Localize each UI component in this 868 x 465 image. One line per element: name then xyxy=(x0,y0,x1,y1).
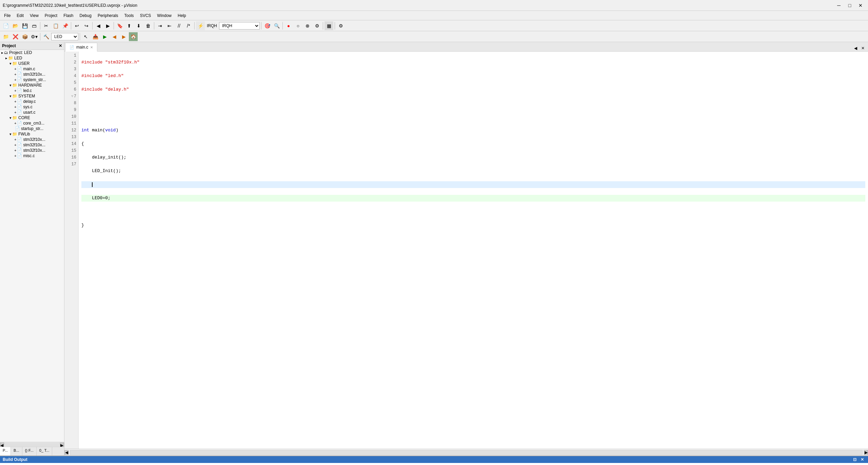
tree-item-stm32-h[interactable]: + 📄 stm32f10x... xyxy=(0,72,64,77)
command-button[interactable]: ⚙ xyxy=(313,21,321,30)
tree-item-led-folder[interactable]: ▸ 📁 LED xyxy=(0,55,64,61)
tree-expand-fwlib: ▾ xyxy=(9,132,12,136)
sidebar-tab-project[interactable]: P... xyxy=(0,447,11,455)
new-file-button[interactable]: 📄 xyxy=(1,21,10,30)
tree-item-system-folder[interactable]: ▾ 📁 SYSTEM xyxy=(0,93,64,99)
editor-tab-main-c[interactable]: 📄 main.c ✕ xyxy=(65,43,97,52)
hscroll-right[interactable]: ▶ xyxy=(864,450,868,455)
sidebar-tab-templates[interactable]: 0_ T... xyxy=(37,447,53,455)
tree-item-main-c[interactable]: + 📄 main.c xyxy=(0,66,64,72)
maximize-button[interactable]: □ xyxy=(845,1,854,10)
menu-window[interactable]: Window xyxy=(154,12,174,19)
uncomment-button[interactable]: /* xyxy=(184,21,193,30)
tree-item-delay-c[interactable]: + 📄 delay.c xyxy=(0,99,64,104)
fold-icon-7[interactable]: ▽ xyxy=(71,93,73,100)
save-button[interactable]: 💾 xyxy=(20,21,29,30)
sidebar-tab-functions[interactable]: {} F... xyxy=(22,447,37,455)
build-close-icon[interactable]: ✕ xyxy=(859,457,865,462)
tree-item-core-cm3[interactable]: + 📄 core_cm3... xyxy=(0,120,64,126)
file-icon-stm1: 📄 xyxy=(17,137,22,142)
run2-button[interactable]: ▶ xyxy=(100,32,109,41)
run-debug-button[interactable]: ● xyxy=(284,21,293,30)
close-button[interactable]: ✕ xyxy=(856,1,865,10)
tree-item-user-folder[interactable]: ▾ 📁 USER xyxy=(0,61,64,66)
comment-button[interactable]: // xyxy=(175,21,183,30)
tree-item-usart-c[interactable]: + 📄 usart.c xyxy=(0,110,64,115)
open-button[interactable]: 📂 xyxy=(11,21,20,30)
tree-label-fwlib: FWLib xyxy=(18,132,30,136)
nav-back-button[interactable]: ◀ xyxy=(94,21,103,30)
build-output-content: Build started: Project: LED *** Target '… xyxy=(0,463,868,465)
sidebar-tab-books[interactable]: B... xyxy=(11,447,22,455)
next-bookmark-button[interactable]: ⬇ xyxy=(134,21,143,30)
tree-item-fwlib-folder[interactable]: ▾ 📁 FWLib xyxy=(0,131,64,137)
search-button[interactable]: 🔍 xyxy=(272,21,281,30)
separator-4 xyxy=(114,22,114,30)
menu-svcs[interactable]: SVCS xyxy=(137,12,154,19)
code-editor[interactable]: #include "stm32f10x.h" #include "led.h" … xyxy=(79,52,868,449)
step-button[interactable]: ◀ xyxy=(110,32,119,41)
build-target-button[interactable]: ⚡ xyxy=(196,21,205,30)
menu-edit[interactable]: Edit xyxy=(14,12,26,19)
menu-view[interactable]: View xyxy=(27,12,41,19)
view-toggle-button[interactable]: ▦ xyxy=(324,21,333,30)
irq-select[interactable]: IRQH xyxy=(219,22,260,30)
menu-file[interactable]: File xyxy=(1,12,13,19)
minimize-button[interactable]: ─ xyxy=(834,1,844,10)
manage-button[interactable]: 📦 xyxy=(20,32,29,41)
tree-item-project[interactable]: ▸ 🗂 Project: LED xyxy=(0,50,64,55)
tree-item-stm32-1[interactable]: + 📄 stm32f10x... xyxy=(0,137,64,142)
hscroll-left[interactable]: ◀ xyxy=(64,450,68,455)
target-options-button[interactable]: 🎯 xyxy=(263,21,272,30)
maximize-editor-icon[interactable]: ✕ xyxy=(859,45,867,51)
hscroll-track[interactable] xyxy=(70,450,863,455)
tree-item-stm32-2[interactable]: + 📄 stm32f10x... xyxy=(0,142,64,148)
target-select[interactable]: LED xyxy=(51,33,78,40)
copy-button[interactable]: 📋 xyxy=(51,21,60,30)
peripheral-viewer-button[interactable]: 🏠 xyxy=(129,32,138,41)
collapse-editor-icon[interactable]: ◀ xyxy=(852,45,859,51)
undo-button[interactable]: ↩ xyxy=(73,21,81,30)
build-output-button[interactable]: 🔨 xyxy=(42,32,51,41)
build-float-icon[interactable]: ⊡ xyxy=(852,457,858,462)
menu-flash[interactable]: Flash xyxy=(61,12,76,19)
menu-project[interactable]: Project xyxy=(42,12,60,19)
scroll-left-btn[interactable]: ◀ xyxy=(0,443,4,447)
tree-expand-core: ▾ xyxy=(9,116,12,120)
prev-bookmark-button[interactable]: ⬆ xyxy=(125,21,134,30)
clear-bookmarks-button[interactable]: 🗑 xyxy=(144,21,153,30)
menu-help[interactable]: Help xyxy=(175,12,189,19)
menu-peripherals[interactable]: Peripherals xyxy=(95,12,121,19)
nav-forward-button[interactable]: ▶ xyxy=(103,21,112,30)
options-group-button[interactable]: ⚙▾ xyxy=(30,32,39,41)
menu-tools[interactable]: Tools xyxy=(122,12,137,19)
paste-button[interactable]: 📌 xyxy=(61,21,70,30)
configure-button[interactable]: ⚙ xyxy=(336,21,345,30)
tree-item-sys-c[interactable]: + 📄 sys.c xyxy=(0,104,64,110)
menu-debug[interactable]: Debug xyxy=(77,12,94,19)
tree-item-system-str[interactable]: + 📄 system_str... xyxy=(0,77,64,82)
load-button[interactable]: 📥 xyxy=(91,32,100,41)
close-project-button[interactable]: ❌ xyxy=(11,32,20,41)
redo-button[interactable]: ↪ xyxy=(82,21,91,30)
tree-item-stm32-3[interactable]: + 📄 stm32f10x... xyxy=(0,148,64,153)
step-out-button[interactable]: ▶ xyxy=(119,32,128,41)
unindent-button[interactable]: ⇤ xyxy=(165,21,174,30)
cut-button[interactable]: ✂ xyxy=(42,21,51,30)
code-area[interactable]: 1 2 3 4 5 6 ▽7 8 9 10 11 12 13 14 15 16 … xyxy=(64,52,868,449)
stop-button[interactable]: ⊗ xyxy=(303,21,312,30)
tab-close-icon[interactable]: ✕ xyxy=(90,45,93,49)
save-all-button[interactable]: 🗃 xyxy=(30,21,39,30)
tree-item-core-folder[interactable]: ▾ 📁 CORE xyxy=(0,115,64,120)
run-button[interactable]: ○ xyxy=(294,21,302,30)
sidebar-close-icon[interactable]: ✕ xyxy=(59,43,62,48)
indent-button[interactable]: ⇥ xyxy=(156,21,164,30)
tree-item-misc-c[interactable]: + 📄 misc.c xyxy=(0,153,64,159)
tree-item-led-c[interactable]: + 📄 led.c xyxy=(0,88,64,93)
tree-item-hardware-folder[interactable]: ▾ 📁 HARDWARE xyxy=(0,82,64,88)
open-project-button[interactable]: 📁 xyxy=(1,32,10,41)
tree-item-startup[interactable]: 📄 startup_str... xyxy=(0,126,64,131)
scroll-right-btn[interactable]: ▶ xyxy=(60,443,64,447)
cursor-button[interactable]: ↖ xyxy=(81,32,90,41)
bookmark-button[interactable]: 🔖 xyxy=(115,21,124,30)
